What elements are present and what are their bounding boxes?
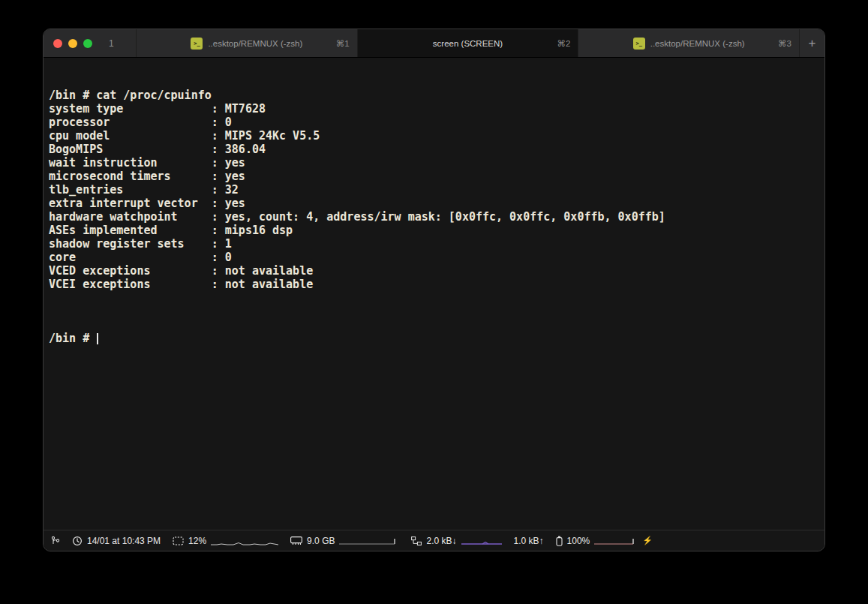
session-indicator: 1 (109, 38, 114, 49)
tab-label: ..esktop/REMNUX (-zsh) (650, 39, 745, 48)
terminal-output[interactable]: /bin # cat /proc/cpuinfosystem type : MT… (44, 58, 824, 530)
terminal-line: VCEI exceptions : not available (49, 278, 818, 291)
status-bar: 14/01 at 10:43 PM 12% 9.0 (44, 530, 824, 551)
terminal-line: hardware watchpoint : yes, count: 4, add… (49, 210, 818, 224)
memory-icon (290, 536, 302, 545)
net-down-sparkline (461, 536, 502, 546)
cpu-group: 12% (173, 536, 278, 546)
terminal-line: /bin # cat /proc/cpuinfo (49, 89, 818, 102)
terminal-line: BogoMIPS : 386.04 (49, 143, 818, 156)
battery-icon (556, 536, 563, 546)
tab-shortcut: ⌘3 (778, 38, 791, 49)
net-up-label: 1.0 kB↑ (514, 536, 544, 546)
terminal-cursor (97, 333, 98, 344)
memory-gauge (339, 536, 399, 546)
new-tab-button[interactable]: + (799, 29, 824, 57)
tab-remnux-2[interactable]: >_ ..esktop/REMNUX (-zsh) ⌘3 (578, 29, 799, 57)
terminal-line: tlb_entries : 32 (49, 183, 818, 197)
terminal-line: ASEs implemented : mips16 dsp (49, 224, 818, 237)
network-icon (411, 536, 422, 545)
tab-screen[interactable]: screen (SCREEN) ⌘2 (357, 29, 578, 57)
terminal-app-icon-glyph: >_ (194, 41, 200, 47)
datetime-label: 14/01 at 10:43 PM (87, 536, 161, 546)
net-down-label: 2.0 kB↓ (426, 536, 456, 546)
cpu-percent-label: 12% (188, 536, 206, 546)
battery-group: 100% ⚡ (556, 536, 653, 546)
battery-gauge (594, 536, 638, 546)
tab-label: screen (SCREEN) (433, 39, 503, 48)
clock-group: 14/01 at 10:43 PM (72, 536, 161, 546)
tab-bar: 1 >_ ..esktop/REMNUX (-zsh) ⌘1 screen (S… (44, 29, 824, 58)
tab-shortcut: ⌘1 (336, 38, 350, 49)
terminal-line: extra interrupt vector : yes (49, 197, 818, 210)
terminal-app-icon-glyph: >_ (636, 41, 642, 47)
terminal-prompt: /bin # (49, 332, 96, 345)
terminal-app-icon: >_ (191, 38, 203, 50)
battery-percent-label: 100% (567, 536, 590, 546)
tab-remnux-1[interactable]: >_ ..esktop/REMNUX (-zsh) ⌘1 (136, 29, 357, 57)
network-down-group: 2.0 kB↓ (411, 536, 501, 546)
terminal-line: microsecond timers : yes (49, 170, 818, 183)
terminal-line: system type : MT7628 (49, 102, 818, 116)
cpu-icon (173, 536, 184, 545)
tab-label: ..esktop/REMNUX (-zsh) (208, 39, 302, 48)
memory-group: 9.0 GB (290, 536, 399, 546)
branch-icon (51, 536, 60, 545)
charging-bolt-icon: ⚡ (642, 536, 653, 545)
terminal-line: shadow register sets : 1 (49, 237, 818, 251)
clock-icon (72, 536, 83, 546)
traffic-lights: 1 (44, 29, 136, 57)
cpu-sparkline (211, 536, 278, 546)
minimize-window-button[interactable] (68, 39, 77, 48)
close-window-button[interactable] (53, 39, 62, 48)
terminal-line: core : 0 (49, 251, 818, 264)
terminal-window: 1 >_ ..esktop/REMNUX (-zsh) ⌘1 screen (S… (43, 29, 825, 551)
terminal-line: wait instruction : yes (49, 156, 818, 170)
terminal-line: VCED exceptions : not available (49, 264, 818, 278)
tab-shortcut: ⌘2 (557, 38, 570, 49)
memory-label: 9.0 GB (307, 536, 335, 546)
terminal-line: processor : 0 (49, 116, 818, 129)
fullscreen-window-button[interactable] (83, 39, 92, 48)
network-up-group: 1.0 kB↑ (514, 536, 544, 546)
terminal-app-icon: >_ (633, 38, 645, 50)
terminal-line: cpu model : MIPS 24Kc V5.5 (49, 129, 818, 143)
terminal-line (49, 291, 818, 305)
terminal-prompt-line: /bin # (49, 332, 818, 345)
terminal-lines: /bin # cat /proc/cpuinfosystem type : MT… (49, 89, 818, 305)
